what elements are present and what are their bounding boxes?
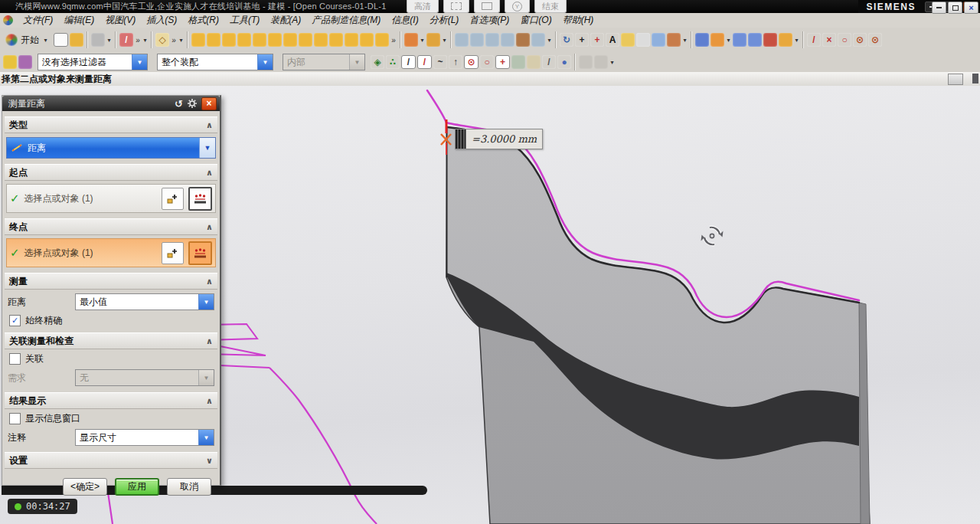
selection-filter-combo[interactable]: 没有选择过滤器 ▼ bbox=[38, 54, 148, 70]
view-orient2-icon[interactable] bbox=[748, 33, 762, 47]
split-body-icon[interactable] bbox=[360, 33, 374, 47]
hole-icon[interactable] bbox=[253, 33, 266, 47]
dropdown-caret-icon[interactable]: ▾ bbox=[142, 37, 149, 44]
selection-scope-combo[interactable]: 整个装配 ▼ bbox=[157, 54, 273, 70]
doc-minimize-button[interactable] bbox=[932, 2, 946, 14]
section-view-icon[interactable] bbox=[516, 33, 530, 47]
snap-sphere-icon[interactable]: ● bbox=[557, 55, 571, 69]
magenta-lower-curve[interactable] bbox=[270, 368, 377, 524]
section-header-measure[interactable]: 测量 ∧ bbox=[5, 273, 217, 290]
doc-close-button[interactable]: × bbox=[964, 2, 978, 14]
collapse-chevron-icon[interactable]: ∧ bbox=[206, 168, 213, 178]
window-part-icon[interactable] bbox=[695, 33, 709, 47]
prompt-bar-button[interactable] bbox=[948, 74, 963, 85]
collapse-chevron-icon[interactable]: ∧ bbox=[206, 396, 213, 406]
start-point-tool-button[interactable] bbox=[188, 187, 212, 211]
rotate-reference-icon[interactable] bbox=[701, 228, 724, 244]
hd-button[interactable]: 高清 bbox=[407, 0, 439, 13]
snap-arc-center-icon[interactable]: ⊙ bbox=[464, 55, 479, 69]
section-header-end[interactable]: 终点 ∧ bbox=[5, 218, 217, 235]
end-recording-button[interactable]: 结束 bbox=[534, 0, 567, 13]
boss-icon[interactable] bbox=[268, 33, 282, 47]
collapse-chevron-icon[interactable]: ∧ bbox=[206, 277, 213, 287]
menu-item[interactable]: 工具(T) bbox=[224, 12, 265, 28]
always-exact-checkbox[interactable]: ✓ bbox=[9, 315, 21, 326]
dropdown-caret-icon[interactable]: ▾ bbox=[441, 37, 448, 44]
menu-item[interactable]: 首选项(P) bbox=[464, 12, 514, 28]
sketch-icon[interactable]: / bbox=[119, 33, 133, 47]
rib-icon[interactable] bbox=[329, 33, 343, 47]
edit-feature-icon[interactable] bbox=[426, 33, 440, 47]
end-point-row[interactable]: ✓ 选择点或对象 (1) bbox=[6, 238, 216, 267]
dialog-close-button[interactable]: × bbox=[201, 97, 217, 110]
model-right-edge[interactable] bbox=[859, 303, 870, 524]
distance-method-combo[interactable]: 最小值 ▼ bbox=[75, 293, 214, 310]
collapse-chevron-icon[interactable]: ∧ bbox=[206, 336, 213, 346]
menu-item[interactable]: 产品制造信息(M) bbox=[306, 12, 386, 28]
tools-icon[interactable] bbox=[779, 33, 792, 47]
dropdown-caret-icon[interactable]: ▾ bbox=[106, 37, 113, 44]
chevron-down-icon[interactable]: ▼ bbox=[199, 138, 215, 158]
start-menu-button[interactable]: 开始 ▾ bbox=[2, 31, 53, 49]
info-window-icon[interactable] bbox=[636, 33, 650, 47]
menu-item[interactable]: 文件(F) bbox=[18, 12, 58, 28]
trim-body-icon[interactable] bbox=[345, 33, 358, 47]
snap-toggle-icon[interactable]: ◈ bbox=[371, 55, 384, 69]
end-point-tool-button[interactable] bbox=[188, 241, 212, 265]
ok-button[interactable]: <确定> bbox=[63, 478, 107, 496]
chevron-down-icon[interactable]: ▼ bbox=[198, 430, 214, 445]
show-info-window-checkbox[interactable] bbox=[9, 413, 21, 424]
section-header-type[interactable]: 类型 ∧ bbox=[5, 116, 217, 133]
shaded-view-icon[interactable] bbox=[455, 33, 469, 47]
wireframe-view-icon[interactable] bbox=[470, 33, 484, 47]
studio-view-icon[interactable] bbox=[485, 33, 499, 47]
layer-cards-icon[interactable] bbox=[710, 33, 724, 47]
menu-item[interactable]: 插入(S) bbox=[141, 12, 182, 28]
new-file-icon[interactable] bbox=[54, 33, 68, 47]
timer-icon[interactable]: ⊙ bbox=[853, 33, 867, 47]
snap-points-icon[interactable]: ∴ bbox=[386, 55, 400, 69]
dropdown-caret-icon[interactable]: ▾ bbox=[609, 59, 616, 66]
open-folder-icon[interactable] bbox=[70, 33, 83, 47]
dropdown-caret-icon[interactable]: ▾ bbox=[681, 37, 688, 44]
watermark-button[interactable]: Y bbox=[505, 0, 530, 13]
annotation-combo[interactable]: 显示尺寸 ▼ bbox=[75, 429, 214, 446]
face-analysis-icon[interactable] bbox=[501, 33, 514, 47]
apply-button[interactable]: 应用 bbox=[115, 478, 159, 496]
measure-distance-icon[interactable]: / bbox=[807, 33, 821, 47]
section-header-associative[interactable]: 关联测量和检查 ∧ bbox=[5, 332, 217, 349]
measure-angle-icon[interactable]: × bbox=[822, 33, 836, 47]
interpart-select-icon[interactable] bbox=[18, 55, 32, 69]
point-dialog-button[interactable] bbox=[162, 242, 184, 264]
extrude-icon[interactable] bbox=[191, 33, 205, 47]
more-options-icon[interactable]: » bbox=[134, 36, 142, 44]
text-icon[interactable]: A bbox=[606, 33, 619, 47]
start-point-row[interactable]: ✓ 选择点或对象 (1) bbox=[6, 184, 216, 213]
revolve-icon[interactable] bbox=[207, 33, 220, 47]
refresh-icon[interactable]: ↻ bbox=[560, 33, 573, 47]
stopwatch-icon[interactable]: ⊙ bbox=[868, 33, 882, 47]
cancel-button[interactable]: 取消 bbox=[167, 478, 211, 496]
snap-face-icon[interactable] bbox=[511, 55, 525, 69]
dropdown-caret-icon[interactable]: ▾ bbox=[178, 37, 185, 44]
snap-angle-icon[interactable] bbox=[527, 55, 541, 69]
constraint-icon[interactable] bbox=[763, 33, 777, 47]
menu-item[interactable]: 装配(A) bbox=[265, 12, 306, 28]
section-header-start[interactable]: 起点 ∧ bbox=[5, 164, 217, 181]
dropdown-caret-icon[interactable]: ▾ bbox=[793, 37, 800, 44]
expand-chevron-icon[interactable]: ∨ bbox=[206, 456, 213, 466]
block-icon[interactable] bbox=[222, 33, 236, 47]
menu-item[interactable]: 窗口(O) bbox=[514, 12, 557, 28]
measure-body-icon[interactable]: ○ bbox=[838, 33, 851, 47]
snap-tangent-icon[interactable]: ~ bbox=[433, 55, 447, 69]
cylinder-icon[interactable] bbox=[237, 33, 251, 47]
copy-icon[interactable] bbox=[91, 33, 105, 47]
snap-point-icon[interactable]: + bbox=[495, 55, 510, 69]
snap-endpoint-icon[interactable]: / bbox=[401, 55, 416, 69]
more-options-icon[interactable]: » bbox=[390, 36, 397, 44]
menu-item[interactable]: 格式(R) bbox=[182, 12, 224, 28]
dropdown-caret-icon[interactable]: ▾ bbox=[725, 37, 732, 44]
patch-icon[interactable] bbox=[375, 33, 389, 47]
point-marker-icon[interactable]: + bbox=[590, 33, 604, 47]
chevron-down-icon[interactable]: ▼ bbox=[257, 54, 273, 70]
